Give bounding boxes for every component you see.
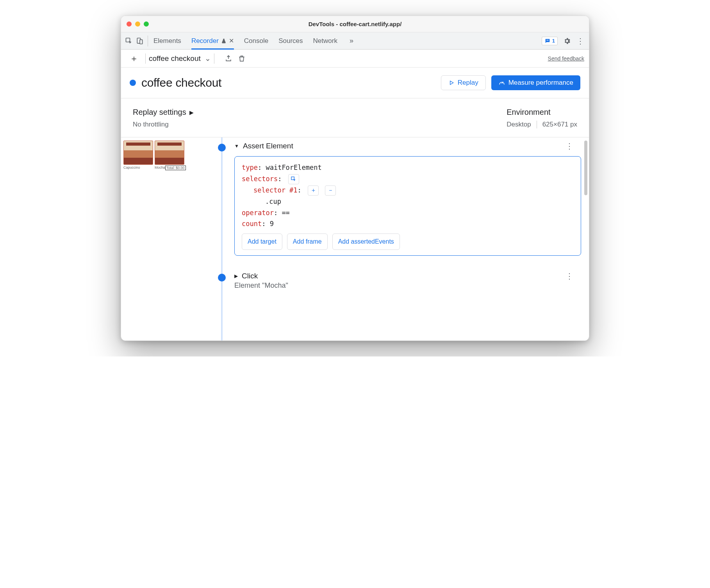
delete-icon[interactable] — [238, 55, 246, 62]
replay-settings-toggle[interactable]: Replay settings ▶ — [133, 108, 507, 117]
issue-icon — [544, 38, 551, 44]
expand-icon[interactable]: ▶ — [234, 273, 238, 279]
flask-icon — [221, 38, 227, 44]
prop-val-type[interactable]: waitForElement — [266, 164, 321, 171]
zoom-window-button[interactable] — [144, 21, 149, 27]
selector-value[interactable]: .cup — [265, 198, 281, 205]
steps-track: ▼ Assert Element ⋮ type: waitForElement … — [191, 137, 589, 340]
prop-key-count: count — [242, 220, 262, 228]
prop-key-selector1: selector #1 — [253, 186, 298, 194]
step-click: ▶ Click ⋮ Element "Mocha" — [215, 264, 581, 298]
remove-selector-icon[interactable]: － — [325, 185, 336, 196]
play-icon — [448, 80, 455, 86]
prop-key-selectors: selectors — [242, 175, 278, 183]
step-menu-icon[interactable]: ⋮ — [566, 141, 573, 151]
titlebar: DevTools - coffee-cart.netlify.app/ — [121, 16, 589, 32]
throttling-value: No throttling — [133, 121, 507, 128]
tab-console[interactable]: Console — [244, 32, 268, 50]
svg-rect-3 — [546, 40, 548, 40]
divider — [145, 53, 146, 64]
step-dot — [218, 144, 226, 151]
send-feedback-link[interactable]: Send feedback — [548, 55, 584, 62]
svg-rect-2 — [140, 39, 143, 44]
prop-key-operator: operator — [242, 209, 274, 217]
tab-elements[interactable]: Elements — [153, 32, 181, 50]
step-detail-panel: type: waitForElement selectors: selector… — [234, 156, 581, 256]
replay-settings-heading: Replay settings — [133, 108, 186, 117]
thumb-label: Capuccino — [123, 166, 140, 169]
recording-status-dot — [130, 80, 136, 86]
step-title[interactable]: Assert Element — [243, 142, 293, 150]
replay-label: Replay — [458, 79, 478, 87]
export-icon[interactable] — [225, 55, 232, 62]
inspect-element-icon[interactable] — [125, 37, 133, 45]
tab-sources[interactable]: Sources — [278, 32, 303, 50]
thumb-label: Mocha — [155, 166, 165, 170]
recorder-toolbar: ＋ coffee checkout ⌄ Send feedback — [121, 50, 589, 68]
recording-header: coffee checkout Replay Measure performan… — [121, 68, 589, 98]
tab-network[interactable]: Network — [313, 32, 337, 50]
recording-selector[interactable]: coffee checkout ⌄ — [149, 54, 211, 63]
screenshot-thumb[interactable] — [123, 141, 153, 165]
step-subtitle: Element "Mocha" — [234, 282, 581, 290]
divider — [214, 53, 214, 64]
minimize-window-button[interactable] — [135, 21, 140, 27]
scrollbar-thumb[interactable] — [584, 141, 587, 195]
kebab-menu-icon[interactable]: ⋮ — [576, 37, 584, 45]
settings-gear-icon[interactable] — [563, 37, 571, 45]
close-tab-icon[interactable]: ✕ — [229, 37, 234, 45]
gauge-icon — [498, 79, 505, 86]
collapse-icon[interactable]: ▼ — [234, 143, 239, 149]
chevron-down-icon: ⌄ — [205, 54, 211, 63]
replay-button[interactable]: Replay — [441, 75, 486, 90]
devtools-window: DevTools - coffee-cart.netlify.app/ Elem… — [121, 16, 589, 341]
measure-label: Measure performance — [508, 79, 573, 87]
more-tabs-icon[interactable]: » — [348, 37, 355, 45]
pick-selector-icon[interactable] — [288, 174, 299, 184]
environment-heading: Environment — [507, 108, 577, 117]
prop-val-count[interactable]: 9 — [270, 220, 274, 228]
new-recording-button[interactable]: ＋ — [126, 53, 142, 64]
tab-recorder[interactable]: Recorder ✕ — [191, 32, 234, 50]
add-asserted-events-button[interactable]: Add assertedEvents — [332, 233, 400, 249]
recording-title: coffee checkout — [141, 76, 221, 89]
step-title[interactable]: Click — [242, 272, 258, 280]
thumb-total: Total: $0.00 — [165, 166, 186, 170]
environment-dimensions: 625×671 px — [542, 121, 577, 128]
step-assert-element: ▼ Assert Element ⋮ type: waitForElement … — [215, 137, 581, 264]
add-frame-button[interactable]: Add frame — [287, 233, 328, 249]
recording-selector-label: coffee checkout — [149, 54, 201, 63]
screenshot-thumb[interactable] — [155, 141, 184, 165]
window-controls — [127, 21, 149, 27]
divider — [537, 121, 537, 128]
step-menu-icon[interactable]: ⋮ — [566, 271, 573, 281]
panel-tabbar: Elements Recorder ✕ Console Sources Netw… — [121, 32, 589, 50]
settings-row: Replay settings ▶ No throttling Environm… — [121, 98, 589, 137]
prop-val-operator[interactable]: == — [282, 209, 289, 217]
environment-device: Desktop — [507, 121, 531, 128]
close-window-button[interactable] — [127, 21, 132, 27]
tab-recorder-label: Recorder — [191, 37, 219, 45]
chevron-right-icon: ▶ — [189, 109, 194, 116]
add-selector-icon[interactable]: ＋ — [308, 185, 319, 196]
device-toolbar-icon[interactable] — [136, 37, 144, 45]
issues-badge[interactable]: 1 — [542, 37, 558, 45]
prop-key-type: type — [242, 164, 258, 171]
issues-count: 1 — [552, 38, 555, 44]
measure-performance-button[interactable]: Measure performance — [491, 75, 580, 90]
add-target-button[interactable]: Add target — [242, 233, 282, 249]
screenshot-thumbnails: Capuccino Mocha Total: $0.00 — [121, 137, 191, 340]
timeline: Capuccino Mocha Total: $0.00 ▼ Assert — [121, 137, 589, 340]
step-dot — [218, 274, 226, 282]
window-title: DevTools - coffee-cart.netlify.app/ — [121, 21, 589, 27]
